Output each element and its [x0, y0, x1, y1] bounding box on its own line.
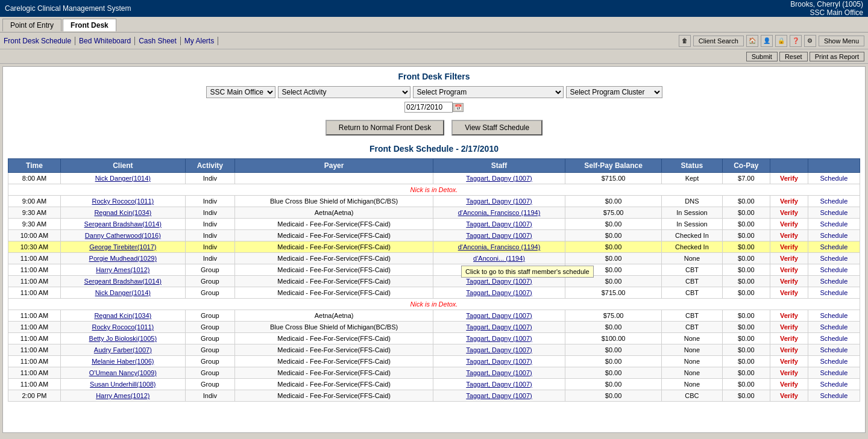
- cell-staff[interactable]: Taggart, Dagny (1007): [433, 367, 565, 379]
- schedule-link[interactable]: Schedule: [820, 369, 848, 376]
- cell-client[interactable]: O'Umean Nancy(1009): [60, 367, 185, 379]
- cell-client[interactable]: Susan Underhill(1008): [60, 379, 185, 390]
- verify-link[interactable]: Verify: [780, 209, 798, 216]
- client-link[interactable]: Audry Farber(1007): [94, 346, 152, 353]
- cell-schedule[interactable]: Schedule: [808, 241, 860, 253]
- date-input[interactable]: 02/17/2010: [404, 102, 453, 113]
- cell-verify[interactable]: Verify: [770, 322, 808, 333]
- trash-icon[interactable]: 🗑: [679, 35, 691, 47]
- link-bed-whiteboard[interactable]: Bed Whiteboard: [75, 37, 135, 45]
- cell-verify[interactable]: Verify: [770, 230, 808, 241]
- cell-schedule[interactable]: Schedule: [808, 219, 860, 230]
- staff-link[interactable]: d'Anconia, Francisco (1194): [458, 243, 541, 251]
- cell-staff[interactable]: Taggart, Dagny (1007): [433, 287, 565, 299]
- schedule-link[interactable]: Schedule: [820, 392, 848, 399]
- client-link[interactable]: O'Umean Nancy(1009): [89, 369, 157, 376]
- verify-link[interactable]: Verify: [780, 243, 798, 251]
- program-select[interactable]: Select Program: [413, 86, 564, 98]
- cell-schedule[interactable]: Schedule: [808, 287, 860, 299]
- cell-verify[interactable]: Verify: [770, 264, 808, 276]
- cell-staff[interactable]: Taggart, Dagny (1007): [433, 379, 565, 390]
- schedule-link[interactable]: Schedule: [820, 220, 848, 228]
- client-link[interactable]: Harry Ames(1012): [96, 266, 149, 273]
- tab-point-of-entry[interactable]: Point of Entry: [2, 19, 61, 31]
- cell-staff[interactable]: Taggart, Dagny (1007): [433, 356, 565, 367]
- cell-staff[interactable]: Taggart, Dagny (1007): [433, 390, 565, 402]
- schedule-link[interactable]: Schedule: [820, 209, 848, 216]
- schedule-link[interactable]: Schedule: [820, 312, 848, 319]
- submit-button[interactable]: Submit: [746, 52, 778, 61]
- cell-client[interactable]: Nick Danger(1014): [60, 173, 185, 184]
- client-link[interactable]: Regnad Kcin(1034): [94, 312, 151, 319]
- cell-verify[interactable]: Verify: [770, 333, 808, 344]
- staff-link[interactable]: Taggart, Dagny (1007): [466, 220, 532, 228]
- cell-verify[interactable]: Verify: [770, 173, 808, 184]
- verify-link[interactable]: Verify: [780, 335, 798, 342]
- cell-staff[interactable]: Taggart, Dagny (1007): [433, 310, 565, 322]
- cell-verify[interactable]: Verify: [770, 241, 808, 253]
- cell-schedule[interactable]: Schedule: [808, 196, 860, 207]
- print-as-report-button[interactable]: Print as Report: [810, 52, 864, 61]
- staff-link[interactable]: Taggart, Dagny (1007): [466, 232, 532, 239]
- cell-schedule[interactable]: Schedule: [808, 207, 860, 219]
- verify-link[interactable]: Verify: [780, 392, 798, 399]
- cell-client[interactable]: Porgie Mudhead(1029): [60, 253, 185, 264]
- link-my-alerts[interactable]: My Alerts: [181, 37, 218, 45]
- cell-staff[interactable]: Taggart, Dagny (1007): [433, 230, 565, 241]
- staff-link[interactable]: Taggart, Dagny (1007): [466, 369, 532, 376]
- staff-link[interactable]: Taggart, Dagny (1007): [466, 323, 532, 331]
- staff-link[interactable]: Taggart, Dagny (1007): [466, 312, 532, 319]
- staff-link[interactable]: Taggart, Dagny (1007): [466, 392, 532, 399]
- client-link[interactable]: Melanie Haber(1006): [92, 358, 154, 365]
- cell-schedule[interactable]: Schedule: [808, 230, 860, 241]
- cell-staff[interactable]: Taggart, Dagny (1007): [433, 196, 565, 207]
- staff-link[interactable]: Taggart, Dagny (1007): [466, 335, 532, 342]
- cell-client[interactable]: Sergeant Bradshaw(1014): [60, 276, 185, 287]
- client-link[interactable]: Rocky Rococo(1011): [92, 198, 154, 205]
- cell-staff[interactable]: Taggart, Dagny (1007): [433, 344, 565, 356]
- verify-link[interactable]: Verify: [780, 232, 798, 239]
- staff-link[interactable]: d'Anconi... (1194): [473, 255, 525, 262]
- cell-verify[interactable]: Verify: [770, 196, 808, 207]
- reset-button[interactable]: Reset: [779, 52, 808, 61]
- cell-schedule[interactable]: Schedule: [808, 367, 860, 379]
- activity-select[interactable]: Select Activity: [278, 86, 410, 98]
- schedule-link[interactable]: Schedule: [820, 243, 848, 251]
- return-normal-front-desk-button[interactable]: Return to Normal Front Desk: [326, 120, 444, 135]
- client-link[interactable]: Porgie Mudhead(1029): [89, 255, 157, 262]
- cell-verify[interactable]: Verify: [770, 390, 808, 402]
- cell-client[interactable]: Audry Farber(1007): [60, 344, 185, 356]
- client-search-button[interactable]: Client Search: [693, 36, 744, 46]
- verify-link[interactable]: Verify: [780, 266, 798, 273]
- cell-staff[interactable]: Taggart, Dagny (1007): [433, 322, 565, 333]
- cell-client[interactable]: Betty Jo Bioloski(1005): [60, 333, 185, 344]
- cell-verify[interactable]: Verify: [770, 379, 808, 390]
- cell-client[interactable]: Harry Ames(1012): [60, 390, 185, 402]
- schedule-link[interactable]: Schedule: [820, 255, 848, 262]
- staff-link[interactable]: Taggart, Dagny (1007): [466, 175, 532, 182]
- staff-link[interactable]: Taggart, Dagny (1007): [466, 381, 532, 388]
- tab-front-desk[interactable]: Front Desk: [63, 19, 116, 31]
- cell-client[interactable]: Danny Catherwood(1016): [60, 230, 185, 241]
- staff-link[interactable]: Taggart, Dagny (1007): [466, 278, 532, 285]
- cell-client[interactable]: Sergeant Bradshaw(1014): [60, 219, 185, 230]
- client-link[interactable]: Harry Ames(1012): [96, 392, 149, 399]
- client-link[interactable]: Susan Underhill(1008): [90, 381, 156, 388]
- schedule-link[interactable]: Schedule: [820, 289, 848, 296]
- client-link[interactable]: Rocky Rococo(1011): [92, 323, 154, 331]
- client-link[interactable]: Nick Danger(1014): [95, 289, 151, 296]
- verify-link[interactable]: Verify: [780, 220, 798, 228]
- cell-schedule[interactable]: Schedule: [808, 344, 860, 356]
- show-menu-button[interactable]: Show Menu: [819, 36, 864, 46]
- schedule-link[interactable]: Schedule: [820, 381, 848, 388]
- cell-staff[interactable]: Taggart, Dagny (1007): [433, 219, 565, 230]
- cell-staff[interactable]: d'Anconia, Francisco (1194): [433, 207, 565, 219]
- client-link[interactable]: Nick Danger(1014): [95, 175, 151, 182]
- verify-link[interactable]: Verify: [780, 346, 798, 353]
- schedule-link[interactable]: Schedule: [820, 232, 848, 239]
- cell-schedule[interactable]: Schedule: [808, 333, 860, 344]
- cell-schedule[interactable]: Schedule: [808, 310, 860, 322]
- staff-link[interactable]: Taggart, Dagny (1007): [466, 198, 532, 205]
- cell-verify[interactable]: Verify: [770, 344, 808, 356]
- cell-verify[interactable]: Verify: [770, 253, 808, 264]
